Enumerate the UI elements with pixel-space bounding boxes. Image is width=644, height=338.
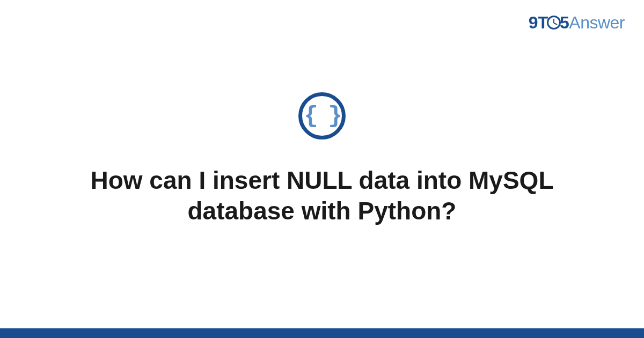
main-content: { } How can I insert NULL data into MySQ… (0, 0, 644, 338)
code-braces-icon: { } (298, 92, 346, 139)
footer-bar (0, 328, 644, 338)
icon-wrapper: { } (298, 92, 346, 139)
question-title: How can I insert NULL data into MySQL da… (75, 165, 569, 227)
